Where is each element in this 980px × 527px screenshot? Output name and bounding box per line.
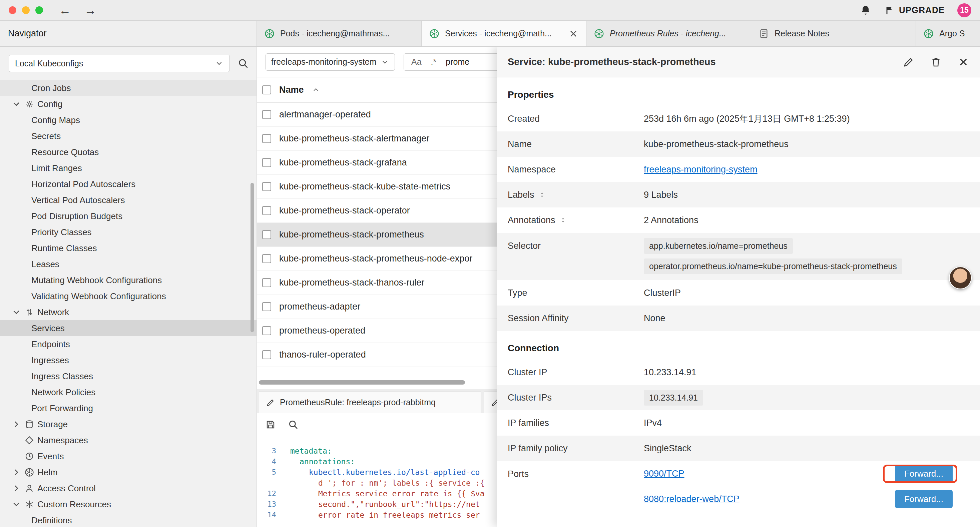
chevron-right-icon[interactable] <box>11 419 21 429</box>
close-icon[interactable] <box>957 56 969 68</box>
sidebar-item-cron-jobs[interactable]: Cron Jobs <box>0 80 256 96</box>
service-detail-drawer: Service: kube-prometheus-stack-prometheu… <box>497 47 980 527</box>
sidebar-item-resource-quotas[interactable]: Resource Quotas <box>0 144 256 160</box>
regex-toggle[interactable]: .* <box>431 57 437 67</box>
name-column-header[interactable]: Name <box>279 85 304 95</box>
sidebar-item-network[interactable]: Network <box>0 304 256 320</box>
sidebar-search-icon[interactable] <box>237 57 249 69</box>
chevron-right-icon[interactable] <box>11 467 21 477</box>
row-checkbox[interactable] <box>262 182 271 191</box>
kubeconfig-select-value: Local Kubeconfigs <box>15 59 83 68</box>
close-window-button[interactable] <box>9 6 16 14</box>
sidebar-scrollbar[interactable] <box>250 183 254 332</box>
row-checkbox[interactable] <box>262 134 271 143</box>
chevron-down-icon[interactable] <box>11 499 21 509</box>
sidebar-item-ingress-classes[interactable]: Ingress Classes <box>0 368 256 384</box>
upgrade-label: UPGRADE <box>899 5 945 15</box>
notifications-bell-icon[interactable] <box>859 4 872 16</box>
sidebar-item-ingresses[interactable]: Ingresses <box>0 352 256 368</box>
sidebar-item-storage[interactable]: Storage <box>0 416 256 432</box>
chevron-right-icon[interactable] <box>11 483 21 493</box>
sidebar-item-leases[interactable]: Leases <box>0 256 256 272</box>
sidebar-item-label: Storage <box>37 419 68 430</box>
row-name: kube-prometheus-stack-prometheus <box>279 229 424 240</box>
selector-badge: app.kubernetes.io/name=prometheus <box>644 238 793 254</box>
sidebar-item-vertical-pod-autoscalers[interactable]: Vertical Pod Autoscalers <box>0 192 256 208</box>
row-checkbox[interactable] <box>262 110 271 119</box>
namespace-link[interactable]: freeleaps-monitoring-system <box>644 164 757 174</box>
row-checkbox[interactable] <box>262 278 271 287</box>
kubernetes-icon <box>264 29 275 39</box>
delete-trash-icon[interactable] <box>930 56 942 68</box>
sidebar-item-priority-classes[interactable]: Priority Classes <box>0 224 256 240</box>
row-checkbox[interactable] <box>262 350 271 359</box>
chevron-down-icon[interactable] <box>11 307 21 317</box>
minimize-window-button[interactable] <box>22 6 30 14</box>
row-name: prometheus-operated <box>279 326 365 336</box>
sidebar-item-port-forwarding[interactable]: Port Forwarding <box>0 400 256 416</box>
sidebar-item-label: Ingress Classes <box>31 371 93 382</box>
sidebar-item-helm[interactable]: Helm <box>0 464 256 480</box>
row-checkbox[interactable] <box>262 254 271 263</box>
sort-toggle-icon[interactable] <box>538 190 546 199</box>
notification-count-badge[interactable]: 15 <box>957 3 971 18</box>
namespace-select[interactable]: freeleaps-monitoring-system <box>266 53 395 71</box>
sidebar-item-custom-resources[interactable]: Custom Resources <box>0 496 256 512</box>
tab-services-icecheng-math[interactable]: Services - icecheng@math... <box>422 21 586 46</box>
sidebar-item-endpoints[interactable]: Endpoints <box>0 336 256 352</box>
forward-button[interactable]: Forward... <box>895 490 953 508</box>
sidebar-item-label: Network <box>37 307 69 318</box>
tab-release-notes[interactable]: Release Notes <box>751 21 916 46</box>
save-icon[interactable] <box>265 419 276 430</box>
back-button[interactable]: ← <box>59 4 71 16</box>
sidebar-item-network-policies[interactable]: Network Policies <box>0 384 256 400</box>
row-checkbox[interactable] <box>262 158 271 167</box>
tab-close-icon[interactable] <box>568 29 579 39</box>
row-checkbox[interactable] <box>262 230 271 239</box>
sidebar-item-pod-disruption-budgets[interactable]: Pod Disruption Budgets <box>0 208 256 224</box>
row-checkbox[interactable] <box>262 206 271 215</box>
select-all-checkbox[interactable] <box>262 85 271 94</box>
sidebar-item-horizontal-pod-autoscalers[interactable]: Horizontal Pod Autoscalers <box>0 176 256 192</box>
sidebar-item-definitions[interactable]: Definitions <box>0 512 256 527</box>
dock-tab-prometheusrule[interactable]: PrometheusRule: freeleaps-prod-rabbitmq <box>259 392 481 413</box>
port-link[interactable]: 9090/TCP <box>644 469 895 479</box>
sidebar-item-runtime-classes[interactable]: Runtime Classes <box>0 240 256 256</box>
detail-label: Created <box>508 114 644 124</box>
sidebar-item-mutating-webhook-configurations[interactable]: Mutating Webhook Configurations <box>0 272 256 288</box>
row-checkbox[interactable] <box>262 326 271 335</box>
chevron-down-icon <box>215 59 223 68</box>
chevron-down-icon[interactable] <box>11 99 21 109</box>
match-case-toggle[interactable]: Aa <box>411 57 422 67</box>
upgrade-button[interactable]: UPGRADE <box>884 5 945 16</box>
floating-avatar[interactable] <box>949 266 972 289</box>
sidebar-item-access-control[interactable]: Access Control <box>0 480 256 496</box>
sidebar-item-label: Definitions <box>31 515 72 525</box>
forward-button[interactable]: Forward... <box>895 465 953 482</box>
horizontal-scrollbar[interactable] <box>259 380 465 385</box>
port-link[interactable]: 8080:reloader-web/TCP <box>644 494 895 504</box>
sort-toggle-icon[interactable] <box>559 215 567 225</box>
forward-button[interactable]: → <box>84 4 96 16</box>
edit-pencil-icon[interactable] <box>903 56 915 68</box>
sidebar-item-secrets[interactable]: Secrets <box>0 128 256 144</box>
kubeconfig-select[interactable]: Local Kubeconfigs <box>9 55 230 72</box>
zoom-window-button[interactable] <box>35 6 43 14</box>
sidebar-item-validating-webhook-configurations[interactable]: Validating Webhook Configurations <box>0 288 256 304</box>
tab-prometheus-rules-icecheng[interactable]: Prometheus Rules - icecheng... <box>586 21 751 46</box>
row-checkbox[interactable] <box>262 302 271 311</box>
sidebar-item-services[interactable]: Services <box>0 320 256 336</box>
detail-label-text: Selector <box>508 241 541 251</box>
forward-button-wrap: Forward... <box>895 494 953 504</box>
tab-pods-icecheng-mathmas[interactable]: Pods - icecheng@mathmas... <box>257 21 422 46</box>
sidebar-item-limit-ranges[interactable]: Limit Ranges <box>0 160 256 176</box>
editor-search-icon[interactable] <box>288 419 299 430</box>
tab-argo-s[interactable]: Argo S <box>916 21 980 46</box>
sidebar-item-config-maps[interactable]: Config Maps <box>0 112 256 128</box>
sidebar-item-events[interactable]: Events <box>0 448 256 464</box>
row-name: kube-prometheus-stack-kube-state-metrics <box>279 182 450 192</box>
sidebar-item-config[interactable]: Config <box>0 96 256 112</box>
detail-label: Annotations <box>508 215 644 226</box>
sort-ascending-icon[interactable] <box>312 86 320 94</box>
sidebar-item-namespaces[interactable]: Namespaces <box>0 432 256 448</box>
